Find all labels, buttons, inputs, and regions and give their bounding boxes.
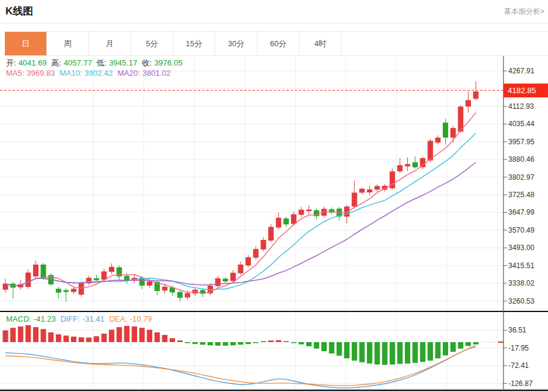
svg-text:4112.93: 4112.93 <box>508 102 534 111</box>
svg-text:3957.95: 3957.95 <box>508 138 535 146</box>
tab-60min[interactable]: 60分 <box>257 32 300 55</box>
tab-month[interactable]: 月 <box>89 32 131 55</box>
svg-text:3570.49: 3570.49 <box>508 226 535 234</box>
svg-text:36.51: 36.51 <box>508 326 526 334</box>
tab-4hour[interactable]: 4时 <box>300 32 342 55</box>
svg-text:3802.97: 3802.97 <box>508 173 535 182</box>
svg-text:3493.00: 3493.00 <box>508 243 535 252</box>
page-header: K线图 基本面分析> <box>0 0 548 23</box>
svg-text:3260.53: 3260.53 <box>508 297 535 305</box>
tab-day[interactable]: 日 <box>5 32 47 55</box>
period-tab-bar: 日 周 月 5分 15分 30分 60分 4时 <box>5 31 548 56</box>
tab-5min[interactable]: 5分 <box>131 32 173 55</box>
kline-page: { "header": { "title": "K线图", "link": "基… <box>0 0 548 392</box>
tab-15min[interactable]: 15分 <box>173 32 215 55</box>
current-price-label: 4182.85 <box>503 84 548 97</box>
kline-chart[interactable]: 4267.914112.934035.443957.953880.463802.… <box>0 55 548 392</box>
fundamental-analysis-link[interactable]: 基本面分析> <box>504 7 544 17</box>
svg-text:3338.02: 3338.02 <box>508 279 535 287</box>
svg-text:4035.44: 4035.44 <box>508 120 535 128</box>
tab-30min[interactable]: 30分 <box>215 32 257 55</box>
svg-text:3725.48: 3725.48 <box>508 191 535 199</box>
page-title: K线图 <box>5 4 33 18</box>
svg-text:-72.41: -72.41 <box>508 361 529 370</box>
svg-text:4267.91: 4267.91 <box>508 67 535 75</box>
svg-text:3880.46: 3880.46 <box>508 155 535 164</box>
svg-text:-17.95: -17.95 <box>508 344 529 352</box>
tab-week[interactable]: 周 <box>47 32 89 55</box>
svg-text:3415.51: 3415.51 <box>508 262 535 270</box>
svg-text:-126.87: -126.87 <box>508 379 533 388</box>
svg-text:3647.99: 3647.99 <box>508 208 535 216</box>
